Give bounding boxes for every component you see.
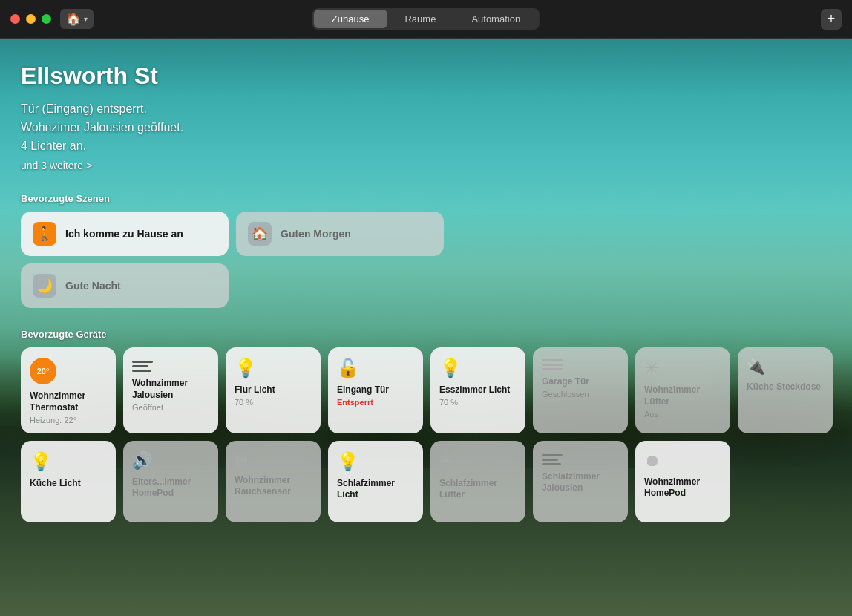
kuche-steckdose-name: Küche Steckdose	[747, 381, 824, 393]
device-flur-licht[interactable]: 💡 Flur Licht 70 %	[226, 347, 321, 433]
scene-night-icon: 🌙	[33, 274, 56, 298]
traffic-lights	[10, 14, 51, 24]
chevron-down-icon: ▾	[84, 15, 88, 23]
esszimmer-licht-icon: 💡	[439, 358, 517, 379]
device-schlafzimmer-lufxer[interactable]: ✳ Schlafzimmer Lüfter	[430, 441, 525, 522]
thermostat-icon: 20°	[30, 358, 56, 384]
kuche-licht-icon: 💡	[30, 451, 107, 472]
jalousien-icon	[132, 358, 209, 372]
status-text: Tür (Eingang) entsperrt. Wohnzimer Jalou…	[21, 100, 831, 155]
device-jalousien[interactable]: Wohnzimmer Jalousien Geöffnet	[123, 347, 218, 433]
status-line-2: Wohnzimer Jalousien geöffnet.	[21, 119, 831, 137]
wohnzimmer-rauch-icon: ▦	[235, 451, 312, 469]
minimize-button[interactable]	[26, 14, 36, 24]
garage-tur-icon	[542, 358, 619, 370]
schlafzimmer-licht-icon: 💡	[337, 451, 414, 472]
jalousien-name: Wohnzimmer Jalousien	[132, 378, 209, 401]
devices-row-2: 💡 Küche Licht 🔊 Elters...immer HomePod ▦…	[21, 441, 831, 522]
wohnzimmer-rauch-name: Wohnzimmer Rauchsensor	[235, 475, 312, 498]
device-wohnzimmer-lufxer[interactable]: ✳ Wohnzimmer Lüfter Aus	[635, 347, 730, 433]
close-button[interactable]	[10, 14, 20, 24]
tab-raume[interactable]: Räume	[387, 10, 453, 28]
device-garage-tur[interactable]: Garage Tür Geschlossen	[533, 347, 628, 433]
more-link[interactable]: und 3 weitere >	[21, 160, 92, 171]
device-wohnzimmer-homepod[interactable]: ⏺ Wohnzimmer HomePod	[635, 441, 730, 522]
device-thermostat[interactable]: 20° Wohnzimmer Thermostat Heizung: 22°	[21, 347, 116, 433]
schlafzimmer-jalousien-name: Schlafzimmer Jalousien	[542, 471, 619, 494]
home-selector[interactable]: 🏠 ▾	[60, 9, 94, 29]
tab-bar: Zuhause Räume Automation	[312, 8, 540, 30]
eingang-tur-icon: 🔓	[337, 358, 414, 379]
schlafzimmer-lufxer-name: Schlafzimmer Lüfter	[439, 478, 517, 501]
device-kuche-licht[interactable]: 💡 Küche Licht	[21, 441, 116, 522]
schlafzimmer-licht-name: Schlafzimmer Licht	[337, 478, 414, 501]
add-button[interactable]: +	[821, 9, 842, 30]
status-line-1: Tür (Eingang) entsperrt.	[21, 100, 831, 119]
home-icon: 🏠	[66, 12, 81, 26]
maximize-button[interactable]	[42, 14, 51, 24]
garage-tur-status: Geschlossen	[542, 390, 619, 399]
device-kuche-steckdose[interactable]: 🔌 Küche Steckdose	[738, 347, 833, 433]
eingang-tur-name: Eingang Tür	[337, 384, 414, 396]
eltern-homepod-name: Elters...immer HomePod	[132, 476, 209, 499]
wohnzimmer-homepod-icon: ⏺	[644, 451, 721, 471]
scene-morning-label: Guten Morgen	[281, 228, 351, 240]
flur-licht-name: Flur Licht	[235, 384, 312, 396]
wohnzimmer-lufxer-status: Aus	[644, 410, 721, 419]
status-line-3: 4 Lichter an.	[21, 137, 831, 156]
kuche-licht-name: Küche Licht	[30, 478, 107, 490]
wohnzimmer-homepod-name: Wohnzimmer HomePod	[644, 476, 721, 499]
devices-row-1: 20° Wohnzimmer Thermostat Heizung: 22° W…	[21, 347, 831, 433]
thermostat-name: Wohnzimmer Thermostat	[30, 390, 107, 413]
jalousien-status: Geöffnet	[132, 403, 209, 412]
schlafzimmer-jalousien-icon	[542, 451, 619, 465]
garage-tur-name: Garage Tür	[542, 376, 619, 388]
tab-zuhause[interactable]: Zuhause	[314, 10, 387, 28]
esszimmer-licht-status: 70 %	[439, 398, 517, 407]
flur-licht-status: 70 %	[235, 398, 312, 407]
device-wohnzimmer-rauch[interactable]: ▦ Wohnzimmer Rauchsensor	[226, 441, 321, 522]
device-esszimmer-licht[interactable]: 💡 Esszimmer Licht 70 %	[430, 347, 525, 433]
devices-section-label: Bevorzugte Geräte	[21, 329, 831, 340]
scene-morning[interactable]: 🏠 Guten Morgen	[236, 212, 444, 256]
device-eltern-homepod[interactable]: 🔊 Elters...immer HomePod	[123, 441, 218, 522]
devices-section: Bevorzugte Geräte 20° Wohnzimmer Thermos…	[21, 329, 831, 522]
content-area: Ellsworth St Tür (Eingang) entsperrt. Wo…	[0, 39, 852, 616]
device-eingang-tur[interactable]: 🔓 Eingang Tür Entsperrt	[328, 347, 423, 433]
thermostat-status: Heizung: 22°	[30, 416, 107, 425]
tab-automation[interactable]: Automation	[453, 10, 538, 28]
wohnzimmer-lufxer-icon: ✳	[644, 358, 721, 379]
main-content: Ellsworth St Tür (Eingang) entsperrt. Wo…	[0, 39, 852, 616]
eltern-homepod-icon: 🔊	[132, 451, 209, 471]
schlafzimmer-lufxer-icon: ✳	[439, 451, 517, 472]
scene-arrive[interactable]: 🚶 Ich komme zu Hause an	[21, 212, 229, 256]
esszimmer-licht-name: Esszimmer Licht	[439, 384, 517, 396]
scene-arrive-label: Ich komme zu Hause an	[65, 228, 183, 240]
titlebar: 🏠 ▾ Zuhause Räume Automation +	[0, 0, 852, 39]
scene-arrive-icon: 🚶	[33, 222, 56, 246]
scene-night[interactable]: 🌙 Gute Nacht	[21, 263, 229, 308]
scenes-grid: 🚶 Ich komme zu Hause an 🏠 Guten Morgen 🌙…	[21, 212, 451, 308]
scene-morning-icon: 🏠	[248, 222, 272, 246]
home-title: Ellsworth St	[21, 62, 831, 90]
scenes-section-label: Bevorzugte Szenen	[21, 193, 831, 204]
eingang-tur-status: Entsperrt	[337, 398, 414, 407]
scene-night-label: Gute Nacht	[65, 280, 121, 292]
device-schlafzimmer-jalousien[interactable]: Schlafzimmer Jalousien	[533, 441, 628, 522]
flur-licht-icon: 💡	[235, 358, 312, 379]
wohnzimmer-lufxer-name: Wohnzimmer Lüfter	[644, 384, 721, 407]
kuche-steckdose-icon: 🔌	[747, 358, 824, 376]
device-schlafzimmer-licht[interactable]: 💡 Schlafzimmer Licht	[328, 441, 423, 522]
